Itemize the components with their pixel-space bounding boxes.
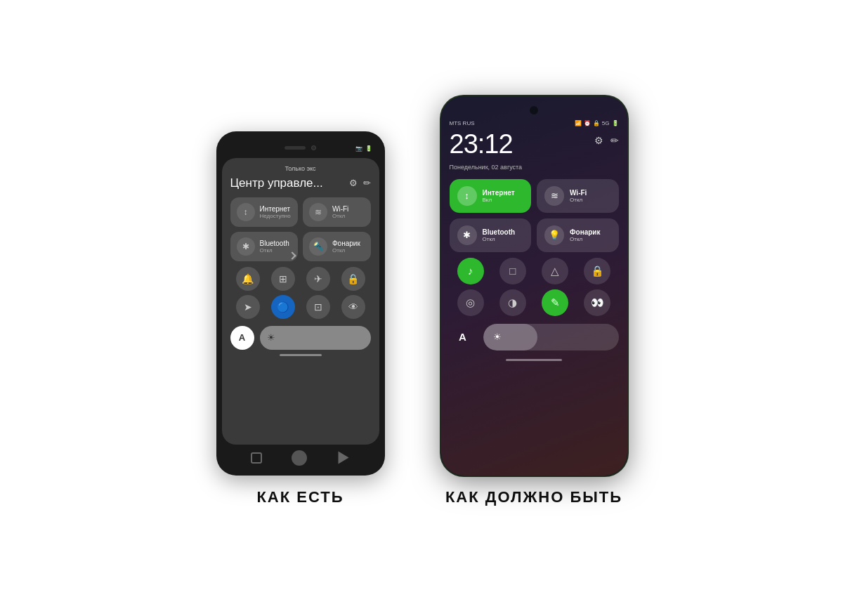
time-date-block: 23:12 Понедельник, 02 августа [450,129,523,171]
bluetooth-tile[interactable]: ✱ Bluetooth Откл [230,232,299,261]
nav-bar [222,445,379,468]
phone2-label: КАК ДОЛЖНО БЫТЬ [445,488,622,506]
wifi-tile-text: Wi-Fi Откл [332,205,348,219]
eye-button[interactable]: 👁 [341,295,365,319]
back-button[interactable] [339,452,349,464]
p2-icon-row-2: ◎ ◑ ✎ 👀 [450,289,619,316]
bluetooth-label: Bluetooth [260,240,289,247]
signal-icon: 📶 [575,120,582,126]
p2-cast-button[interactable]: △ [542,258,568,284]
alarm-icon: ⏰ [584,120,591,126]
time-display: 23:12 [450,129,523,159]
toggle-tiles-grid: ↕ Интернет Недоступно ≋ Wi-Fi Откл [230,197,371,261]
p2-flashlight-status: Откл [570,236,601,242]
comparison-container: 📷🔋 Только экс Центр управле... ⚙ ✏ [216,96,627,520]
phone2-device: MTS RUS 📶 ⏰ 🔒 5G 🔋 23:12 Понедельник, 02… [441,96,627,476]
settings-quick-icon[interactable]: ⚙ [594,135,603,146]
internet-icon: ↕ [237,203,255,221]
edit-icon[interactable]: ✏ [363,178,371,188]
phone2-time-row: 23:12 Понедельник, 02 августа ⚙ ✏ [450,129,619,171]
phone1-status-bar: Только экс [230,165,371,172]
p2-flashlight-icon: 💡 [544,225,564,245]
airplane-button[interactable]: ✈ [306,267,330,291]
edit-quick-icon[interactable]: ✏ [610,135,619,146]
phone2-screen: MTS RUS 📶 ⏰ 🔒 5G 🔋 23:12 Понедельник, 02… [441,96,627,476]
p2-bluetooth-status: Откл [483,236,516,242]
flashlight-status: Откл [332,247,360,254]
home-indicator [280,354,322,356]
p2-flashlight-text: Фонарик Откл [570,228,601,242]
bluetooth-chevron [288,251,296,259]
status-icons-right: 📶 ⏰ 🔒 5G 🔋 [575,120,619,126]
p2-brightness-fill [483,324,537,350]
brightness-icon: ☀ [267,332,275,343]
scan-button[interactable]: ⊡ [306,295,330,319]
p2-bluetooth-text: Bluetooth Откл [483,228,516,242]
p2-flashlight-label: Фонарик [570,228,601,236]
internet-label: Интернет [260,205,291,213]
flashlight-label: Фонарик [332,240,360,247]
bluetooth-tile-text: Bluetooth Откл [260,240,289,254]
p2-music-button[interactable]: ♪ [457,258,484,284]
p2-brightness-icon: ☀ [493,332,502,342]
internet-tile[interactable]: ↕ Интернет Недоступно [230,197,299,227]
flashlight-tile[interactable]: 🔦 Фонарик Откл [303,232,371,261]
p2-home-indicator [506,359,562,361]
internet-status: Недоступно [260,213,291,219]
p2-lock-button[interactable]: 🔒 [584,258,610,284]
lock-rotate-button[interactable]: 🔒 [341,267,365,291]
p2-eyeprotect-button[interactable]: 👀 [584,289,610,316]
p2-icon-row-1: ♪ □ △ 🔒 [450,258,619,284]
p2-internet-text: Интернет Вкл [483,189,515,203]
phone1-title-row: Центр управле... ⚙ ✏ [230,176,371,190]
brightness-slider[interactable]: ☀ [260,326,371,350]
phone1-wrapper: 📷🔋 Только экс Центр управле... ⚙ ✏ [216,131,385,506]
network-icon: 5G [602,120,610,126]
p2-internet-icon: ↕ [457,186,477,206]
p2-screenrecord-button[interactable]: □ [499,258,526,284]
wifi-tile[interactable]: ≋ Wi-Fi Откл [303,197,371,227]
screen-lock-button[interactable]: 🔵 [271,295,295,319]
bluetooth-icon: ✱ [237,237,255,256]
avatar-button[interactable]: А [230,326,254,350]
location-button[interactable]: ➤ [236,295,260,319]
quick-action-icons: ⚙ ✏ [594,135,619,146]
flashlight-tile-text: Фонарик Откл [332,240,360,254]
title-action-icons: ⚙ ✏ [349,178,371,188]
flashlight-icon: 🔦 [309,237,327,256]
phone1-screen: Только экс Центр управле... ⚙ ✏ ↕ [222,158,379,445]
p2-location-button[interactable]: ◎ [457,289,484,316]
p2-wifi-label: Wi-Fi [570,189,587,197]
recent-apps-button[interactable] [251,452,262,464]
bell-button[interactable]: 🔔 [236,267,260,291]
settings-icon[interactable]: ⚙ [349,178,358,188]
wifi-icon: ≋ [309,203,327,221]
p2-font-button[interactable]: A [450,324,476,350]
internet-tile-text: Интернет Недоступно [260,205,291,219]
phone2-wrapper: MTS RUS 📶 ⏰ 🔒 5G 🔋 23:12 Понедельник, 02… [441,96,627,506]
p2-brightness-slider[interactable]: ☀ [483,324,619,350]
date-display: Понедельник, 02 августа [450,164,523,171]
p2-internet-tile[interactable]: ↕ Интернет Вкл [450,179,532,213]
p2-bottom-row: A ☀ [450,324,619,356]
screen-record-button[interactable]: ⊞ [271,267,295,291]
p2-nfc-button[interactable]: ✎ [542,289,568,316]
vpn-icon: 🔒 [593,120,600,126]
p2-internet-status: Вкл [483,197,515,203]
p2-wifi-status: Откл [570,197,587,203]
p2-bluetooth-icon: ✱ [457,225,477,245]
p2-flashlight-tile[interactable]: 💡 Фонарик Откл [537,218,619,252]
wifi-status: Откл [332,213,348,219]
p2-wifi-tile[interactable]: ≋ Wi-Fi Откл [537,179,619,213]
bottom-row: А ☀ [230,326,371,350]
camera [311,145,316,150]
battery-icon: 🔋 [612,120,619,126]
p2-internet-label: Интернет [483,189,515,197]
p2-bluetooth-tile[interactable]: ✱ Bluetooth Откл [450,218,532,252]
icon-row-2: ➤ 🔵 ⊡ 👁 [230,295,371,319]
p2-wifi-icon: ≋ [544,186,564,206]
p2-darkmode-button[interactable]: ◑ [499,289,526,316]
status-text: Только экс [285,165,315,172]
phone1-device: 📷🔋 Только экс Центр управле... ⚙ ✏ [216,131,385,476]
home-button[interactable] [292,450,307,466]
